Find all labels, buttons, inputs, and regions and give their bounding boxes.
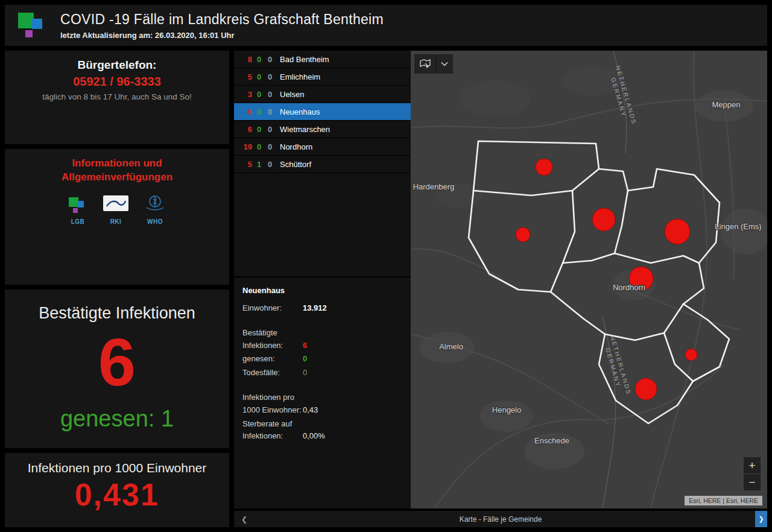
detail-row: Sterberate aufInfektionen:0,00% [242,418,411,443]
default-extent-button[interactable] [414,54,436,74]
recovered-count: 0 [257,142,263,151]
deaths-count: 0 [268,90,274,99]
rate-title: Infektionen pro 1000 Einwohner [5,461,229,475]
detail-row: Einwohner:13.912 [242,302,411,315]
recovered-count: 0 [257,90,263,99]
map-city-label: Almelo [439,342,463,351]
municipality-list: 800Bad Bentheim500Emlichheim300Uelsen600… [234,51,411,277]
chevron-down-icon [441,62,448,66]
info-panel: Informationen und Allgemeinverfügungen L… [5,149,229,285]
who-logo-icon [144,194,166,214]
left-column: Bürgertelefon: 05921 / 96-3333 täglich v… [5,51,229,527]
map-city-label: Hardenberg [413,182,455,191]
list-item[interactable]: 500Emlichheim [234,68,411,86]
default-extent-icon [419,59,431,69]
deaths-count: 0 [268,55,274,64]
who-link[interactable]: WHO [144,194,166,225]
case-count-symbol[interactable] [665,219,690,244]
map-canvas[interactable]: MeppenHardenbergLingen (Ems)NordhornAlme… [411,51,767,508]
zoom-controls: + − [744,457,761,490]
details-panel: Neuenhaus Einwohner:13.912BestätigteInfe… [234,277,411,508]
page-title: COVID -19 Fälle im Landkreis Grafschaft … [60,11,384,28]
phone-number: 05921 / 96-3333 [5,75,229,89]
last-updated-text: letzte Aktualisierung am: 26.03.2020, 16… [60,31,384,40]
detail-value: 0 [303,367,307,379]
detail-value: 13.912 [303,302,327,315]
rki-link-label: RKI [110,218,122,225]
case-count-symbol[interactable] [685,349,697,361]
detail-value: 0,43 [303,404,318,417]
zoom-in-button[interactable]: + [744,457,761,473]
info-links: LGB RKI [5,194,229,225]
county-logo-icon [18,11,48,40]
middle-column: 800Bad Bentheim500Emlichheim300Uelsen600… [234,51,411,508]
list-item[interactable]: 600Neuenhaus [234,103,411,121]
case-count-symbol[interactable] [536,159,552,176]
next-panel-button[interactable]: ❯ [755,511,767,527]
detail-value: 0 [303,353,307,366]
infected-count: 6 [241,125,252,134]
phone-panel: Bürgertelefon: 05921 / 96-3333 täglich v… [5,51,229,144]
infected-count: 5 [241,160,252,169]
detail-label: Einwohner: [242,302,303,315]
detail-row: Todesfälle:0 [242,367,411,379]
map-city-label: Enschede [534,436,569,445]
deaths-count: 0 [268,125,274,134]
infections-value: 6 [5,329,229,396]
confirmed-infections-panel: Bestätigte Infektionen 6 genesen: 1 [5,290,229,448]
municipality-name: Bad Bentheim [280,55,329,64]
municipality-name: Neuenhaus [280,107,320,116]
list-item[interactable]: 300Uelsen [234,86,411,103]
previous-panel-button[interactable]: ❮ [241,515,247,524]
infected-count: 5 [241,72,252,81]
case-count-symbol[interactable] [635,378,657,400]
recovered-value: genesen: 1 [5,406,229,432]
case-count-symbol[interactable] [592,208,615,231]
recovered-count: 0 [257,55,263,64]
recovered-count: 0 [257,107,263,116]
zoom-out-button[interactable]: − [744,474,761,490]
detail-label: Infektionen pro1000 Einwohner: [242,391,303,417]
who-link-label: WHO [147,218,163,225]
list-item[interactable]: 800Bad Bentheim [234,51,411,68]
case-count-symbol[interactable] [516,227,530,242]
lgb-link[interactable]: LGB [68,196,87,225]
list-item[interactable]: 600Wietmarschen [234,121,411,138]
rki-logo-icon [103,195,128,214]
municipality-name: Wietmarschen [280,125,330,134]
list-item[interactable]: 1900Nordhorn [234,138,411,156]
infected-count: 19 [241,142,252,151]
municipality-name: Schüttorf [280,160,311,169]
rate-value: 0,431 [5,479,229,510]
details-title: Neuenhaus [242,286,411,295]
details-rows: Einwohner:13.912BestätigteInfektionen:6g… [242,302,411,443]
rki-link[interactable]: RKI [103,195,128,225]
header-text: COVID -19 Fälle im Landkreis Grafschaft … [60,11,384,40]
municipality-name: Uelsen [280,90,304,99]
map-attribution: Esri, HERE | Esri, HERE [685,496,762,505]
map[interactable]: MeppenHardenbergLingen (Ems)NordhornAlme… [411,51,767,508]
infection-rate-panel: Infektionen pro 1000 Einwohner 0,431 [5,453,229,527]
municipality-name: Emlichheim [280,72,320,81]
extent-dropdown-button[interactable] [436,54,453,74]
map-toolbar [414,54,453,74]
infected-count: 6 [241,107,252,116]
list-item[interactable]: 510Schüttorf [234,156,411,173]
detail-label: BestätigteInfektionen: [242,327,303,352]
detail-value: 0,00% [303,430,325,443]
bottom-bar-title: Karte - Fälle je Gemeinde [460,515,542,524]
phone-hours: täglich von 8 bis 17 Uhr, auch Sa und So… [5,92,229,101]
municipality-name: Nordhorn [280,142,312,151]
infected-count: 3 [241,90,252,99]
map-city-label: Lingen (Ems) [715,222,761,231]
recovered-count: 1 [257,160,263,169]
recovered-count: 0 [257,125,263,134]
deaths-count: 0 [268,107,274,116]
info-title-line2: Allgemeinverfügungen [5,171,229,185]
map-city-label: Hengelo [492,405,521,414]
phone-panel-title: Bürgertelefon: [5,59,229,72]
detail-value: 6 [303,340,307,352]
bottom-bar: ❮ Karte - Fälle je Gemeinde ❯ [234,511,767,527]
info-title-line1: Informationen und [5,157,229,171]
detail-row: Infektionen pro1000 Einwohner:0,43 [242,391,411,417]
